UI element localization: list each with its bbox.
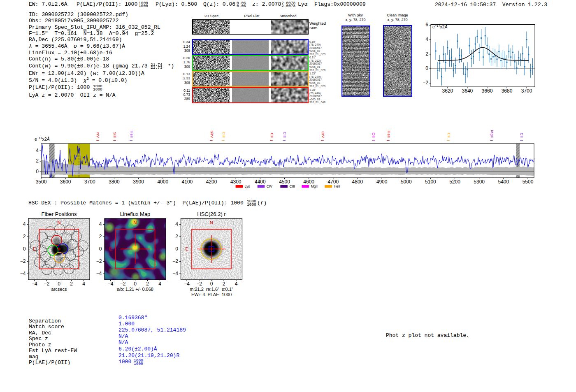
svg-text:{: { [113, 140, 116, 141]
svg-text:NV: NV [96, 132, 100, 138]
svg-text:{: { [96, 140, 100, 141]
svg-text:MgII: MgII [490, 130, 495, 138]
svg-text:{: { [520, 140, 523, 141]
svg-text:{: { [130, 140, 133, 141]
svg-text:SiII: SiII [113, 132, 117, 138]
svg-text:CII: CII [520, 133, 524, 138]
svg-text:CII: CII [447, 133, 451, 138]
svg-text:{: { [210, 140, 213, 141]
svg-text:CIV: CIV [321, 131, 325, 138]
svg-text:CIII: CIII [222, 132, 226, 138]
svg-text:CIII: CIII [283, 132, 287, 138]
svg-text:{: { [387, 140, 390, 141]
svg-text:OII: OII [372, 132, 376, 138]
svg-text:HeII: HeII [130, 131, 134, 138]
svg-text:HeII: HeII [387, 131, 391, 138]
svg-text:{: { [283, 140, 286, 141]
svg-text:SiIV: SiIV [210, 131, 214, 138]
svg-text:CII: CII [270, 133, 274, 138]
svg-text:{: { [321, 140, 324, 141]
svg-text:{: { [372, 140, 375, 141]
svg-text:{: { [270, 140, 273, 141]
svg-text:{: { [447, 140, 450, 141]
svg-text:{: { [222, 140, 225, 141]
svg-text:{: { [490, 140, 493, 141]
